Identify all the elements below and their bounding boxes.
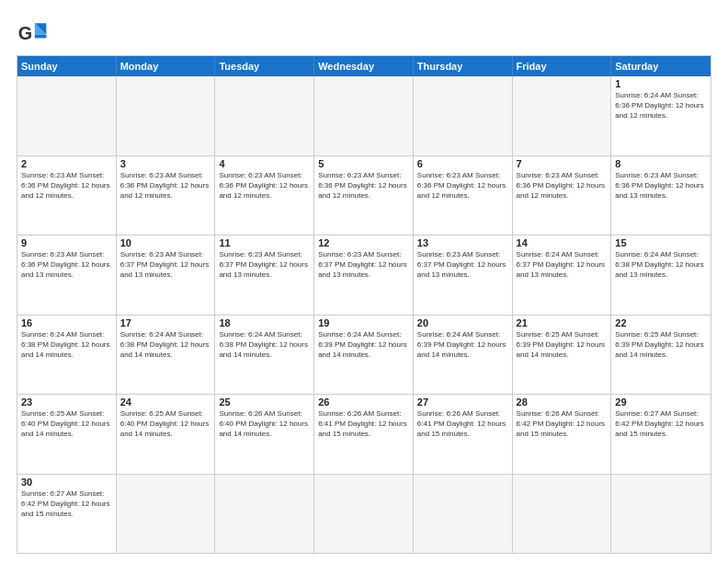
header-day-monday: Monday <box>117 56 216 76</box>
cell-info: Sunrise: 6:23 AM Sunset: 6:36 PM Dayligh… <box>318 170 409 201</box>
cal-cell: 26Sunrise: 6:26 AM Sunset: 6:41 PM Dayli… <box>314 395 414 474</box>
cell-info: Sunrise: 6:23 AM Sunset: 6:37 PM Dayligh… <box>318 249 409 281</box>
cal-cell <box>215 475 314 554</box>
cell-info: Sunrise: 6:24 AM Sunset: 6:38 PM Dayligh… <box>21 329 112 361</box>
calendar-header: SundayMondayTuesdayWednesdayThursdayFrid… <box>17 56 711 76</box>
cal-cell: 4Sunrise: 6:23 AM Sunset: 6:36 PM Daylig… <box>215 156 314 236</box>
logo: G <box>17 17 55 50</box>
cell-info: Sunrise: 6:24 AM Sunset: 6:39 PM Dayligh… <box>417 329 508 361</box>
cal-cell: 14Sunrise: 6:24 AM Sunset: 6:37 PM Dayli… <box>513 236 612 315</box>
cal-cell: 22Sunrise: 6:25 AM Sunset: 6:39 PM Dayli… <box>611 316 711 395</box>
cal-cell: 16Sunrise: 6:24 AM Sunset: 6:38 PM Dayli… <box>17 316 117 395</box>
cal-cell: 11Sunrise: 6:23 AM Sunset: 6:37 PM Dayli… <box>215 236 314 315</box>
day-number: 10 <box>120 237 211 248</box>
header-day-friday: Friday <box>513 56 612 76</box>
cal-cell: 28Sunrise: 6:26 AM Sunset: 6:42 PM Dayli… <box>513 395 612 474</box>
cal-cell: 3Sunrise: 6:23 AM Sunset: 6:36 PM Daylig… <box>117 156 216 236</box>
cell-info: Sunrise: 6:23 AM Sunset: 6:37 PM Dayligh… <box>219 249 310 281</box>
cal-cell <box>17 76 117 155</box>
cal-cell <box>314 76 414 155</box>
cal-cell: 2Sunrise: 6:23 AM Sunset: 6:36 PM Daylig… <box>17 156 117 236</box>
day-number: 15 <box>615 237 707 248</box>
cell-info: Sunrise: 6:24 AM Sunset: 6:39 PM Dayligh… <box>318 329 409 361</box>
cell-info: Sunrise: 6:27 AM Sunset: 6:42 PM Dayligh… <box>615 408 707 440</box>
cal-cell: 19Sunrise: 6:24 AM Sunset: 6:39 PM Dayli… <box>314 316 414 395</box>
cell-info: Sunrise: 6:23 AM Sunset: 6:37 PM Dayligh… <box>120 249 211 281</box>
day-number: 1 <box>615 78 707 89</box>
svg-text:G: G <box>18 23 32 43</box>
logo-icon: G <box>17 17 50 50</box>
cal-cell <box>414 475 513 554</box>
day-number: 27 <box>417 396 508 408</box>
day-number: 21 <box>517 317 608 328</box>
cal-cell: 12Sunrise: 6:23 AM Sunset: 6:37 PM Dayli… <box>314 236 414 315</box>
day-number: 9 <box>21 237 112 248</box>
cell-info: Sunrise: 6:26 AM Sunset: 6:42 PM Dayligh… <box>517 408 608 440</box>
cell-info: Sunrise: 6:23 AM Sunset: 6:37 PM Dayligh… <box>417 249 508 281</box>
cell-info: Sunrise: 6:24 AM Sunset: 6:38 PM Dayligh… <box>120 329 211 361</box>
week-row-0: 1Sunrise: 6:24 AM Sunset: 6:36 PM Daylig… <box>17 76 711 155</box>
day-number: 26 <box>318 396 409 408</box>
day-number: 30 <box>21 477 112 488</box>
cal-cell: 23Sunrise: 6:25 AM Sunset: 6:40 PM Dayli… <box>17 395 117 474</box>
cal-cell: 21Sunrise: 6:25 AM Sunset: 6:39 PM Dayli… <box>513 316 612 395</box>
day-number: 11 <box>219 237 310 248</box>
cal-cell <box>414 76 513 155</box>
cal-cell <box>513 76 612 155</box>
cell-info: Sunrise: 6:25 AM Sunset: 6:40 PM Dayligh… <box>21 408 112 440</box>
day-number: 2 <box>21 158 112 169</box>
cal-cell: 1Sunrise: 6:24 AM Sunset: 6:36 PM Daylig… <box>611 76 711 155</box>
cell-info: Sunrise: 6:26 AM Sunset: 6:41 PM Dayligh… <box>318 408 409 440</box>
header-day-tuesday: Tuesday <box>215 56 314 76</box>
week-row-3: 16Sunrise: 6:24 AM Sunset: 6:38 PM Dayli… <box>17 315 711 395</box>
header-day-thursday: Thursday <box>414 56 513 76</box>
day-number: 29 <box>615 396 707 408</box>
day-number: 19 <box>318 317 409 328</box>
day-number: 17 <box>120 317 211 328</box>
cal-cell <box>117 475 216 554</box>
cal-cell: 8Sunrise: 6:23 AM Sunset: 6:36 PM Daylig… <box>611 156 711 236</box>
cal-cell <box>513 475 612 554</box>
day-number: 16 <box>21 317 112 328</box>
cell-info: Sunrise: 6:26 AM Sunset: 6:40 PM Dayligh… <box>219 408 310 440</box>
cal-cell <box>117 76 216 155</box>
day-number: 24 <box>120 396 211 408</box>
cell-info: Sunrise: 6:23 AM Sunset: 6:36 PM Dayligh… <box>615 170 707 201</box>
day-number: 22 <box>615 317 707 328</box>
cell-info: Sunrise: 6:26 AM Sunset: 6:41 PM Dayligh… <box>417 408 508 440</box>
cal-cell: 13Sunrise: 6:23 AM Sunset: 6:37 PM Dayli… <box>414 236 513 315</box>
day-number: 6 <box>417 158 508 169</box>
cell-info: Sunrise: 6:25 AM Sunset: 6:39 PM Dayligh… <box>517 329 608 361</box>
header: G <box>17 17 711 50</box>
cal-cell: 9Sunrise: 6:23 AM Sunset: 6:36 PM Daylig… <box>17 236 117 315</box>
calendar-body: 1Sunrise: 6:24 AM Sunset: 6:36 PM Daylig… <box>17 76 711 553</box>
cell-info: Sunrise: 6:23 AM Sunset: 6:36 PM Dayligh… <box>21 249 112 281</box>
day-number: 8 <box>615 158 707 169</box>
calendar: SundayMondayTuesdayWednesdayThursdayFrid… <box>17 55 711 554</box>
cal-cell: 5Sunrise: 6:23 AM Sunset: 6:36 PM Daylig… <box>314 156 414 236</box>
cell-info: Sunrise: 6:24 AM Sunset: 6:36 PM Dayligh… <box>615 90 707 121</box>
cal-cell: 15Sunrise: 6:24 AM Sunset: 6:38 PM Dayli… <box>611 236 711 315</box>
cell-info: Sunrise: 6:24 AM Sunset: 6:37 PM Dayligh… <box>517 249 608 281</box>
day-number: 14 <box>517 237 608 248</box>
day-number: 20 <box>417 317 508 328</box>
cell-info: Sunrise: 6:24 AM Sunset: 6:38 PM Dayligh… <box>615 249 707 281</box>
cell-info: Sunrise: 6:23 AM Sunset: 6:36 PM Dayligh… <box>219 170 310 201</box>
week-row-5: 30Sunrise: 6:27 AM Sunset: 6:42 PM Dayli… <box>17 474 711 554</box>
cal-cell: 25Sunrise: 6:26 AM Sunset: 6:40 PM Dayli… <box>215 395 314 474</box>
day-number: 13 <box>417 237 508 248</box>
cell-info: Sunrise: 6:25 AM Sunset: 6:39 PM Dayligh… <box>615 329 707 361</box>
cell-info: Sunrise: 6:23 AM Sunset: 6:36 PM Dayligh… <box>517 170 608 201</box>
day-number: 7 <box>517 158 608 169</box>
header-day-saturday: Saturday <box>611 56 711 76</box>
cal-cell: 7Sunrise: 6:23 AM Sunset: 6:36 PM Daylig… <box>513 156 612 236</box>
day-number: 18 <box>219 317 310 328</box>
svg-rect-3 <box>35 35 47 39</box>
cell-info: Sunrise: 6:23 AM Sunset: 6:36 PM Dayligh… <box>21 170 112 201</box>
day-number: 4 <box>219 158 310 169</box>
day-number: 3 <box>120 158 211 169</box>
cal-cell: 6Sunrise: 6:23 AM Sunset: 6:36 PM Daylig… <box>414 156 513 236</box>
day-number: 25 <box>219 396 310 408</box>
day-number: 5 <box>318 158 409 169</box>
day-number: 28 <box>517 396 608 408</box>
